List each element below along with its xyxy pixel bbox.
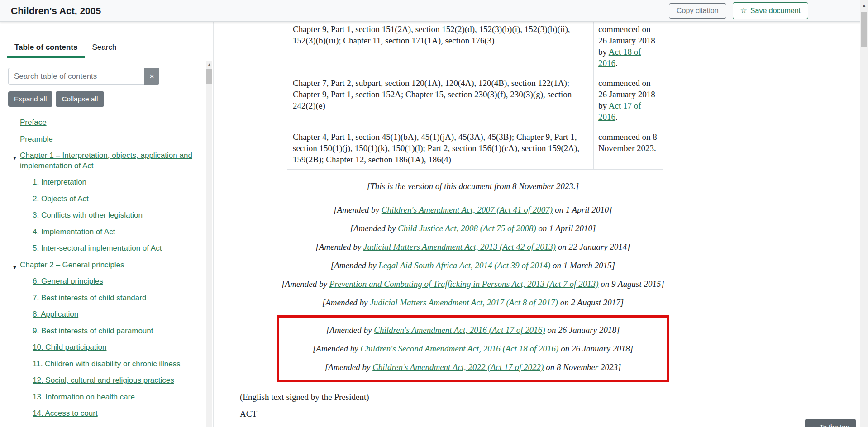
toc-item: 1. Interpretation: [0, 177, 200, 188]
commencement-table-wrap: Chapter 9, Part 1, section 151(2A), sect…: [287, 22, 663, 170]
toc-link[interactable]: Chapter 2 – General principles: [20, 261, 124, 269]
amendment-act-link[interactable]: Judicial Matters Amendment Act, 2013 (Ac…: [363, 242, 556, 251]
toc-list: PrefacePreamble▼Chapter 1 – Interpretati…: [0, 118, 213, 427]
toc-item: 15. Enforcement of rights: [0, 425, 200, 427]
page-scrollbar[interactable]: ▲: [860, 0, 868, 427]
toc-link[interactable]: 14. Access to court: [33, 409, 98, 418]
toc-link[interactable]: 5. Inter-sectoral implementation of Act: [33, 244, 162, 252]
amendment-act-link[interactable]: Judicial Matters Amendment Act, 2017 (Ac…: [370, 298, 558, 307]
amendment-line: [Amended by Legal Aid South Africa Act, …: [240, 260, 706, 271]
toc-toolbar: Expand all Collapse all: [8, 91, 213, 107]
toc-link[interactable]: 11. Children with disability or chronic …: [33, 360, 181, 368]
text-segment: on 1 March 2015]: [550, 261, 615, 270]
expand-all-button[interactable]: Expand all: [8, 91, 52, 107]
amendment-act-link[interactable]: Children's Second Amendment Act, 2016 (A…: [360, 344, 558, 353]
text-segment: [Amended by: [281, 279, 329, 289]
up-arrow-icon: ▲: [811, 425, 816, 427]
text-segment: on 26 January 2018]: [545, 325, 620, 335]
scrollbar-thumb[interactable]: [861, 12, 867, 47]
sidebar-scrollbar-thumb[interactable]: [206, 69, 212, 84]
provisions-cell: Chapter 4, Part 1, section 45(1)(bA), 45…: [287, 127, 594, 170]
collapse-arrow-icon[interactable]: ▼: [12, 262, 17, 273]
toc-link[interactable]: 6. General principles: [33, 277, 103, 285]
table-row: Chapter 4, Part 1, section 45(1)(bA), 45…: [287, 127, 663, 170]
commencement-table: Chapter 9, Part 1, section 151(2A), sect…: [287, 22, 663, 170]
sidebar-scrollbar[interactable]: ▲: [206, 61, 212, 427]
clear-icon: ×: [149, 72, 154, 81]
text-segment: [Amended by: [322, 298, 370, 307]
toc-item: Preface: [0, 118, 200, 128]
toc-item: 6. General principles: [0, 276, 200, 287]
toc-item: 7. Best interests of child standard: [0, 293, 200, 304]
toc-item: 5. Inter-sectoral implementation of Act: [0, 243, 200, 254]
toc-link[interactable]: 3. Conflicts with other legislation: [33, 211, 143, 219]
text-segment: on 2 August 2017]: [558, 298, 624, 307]
toc-link[interactable]: Preamble: [20, 135, 53, 143]
toc-link[interactable]: Preface: [20, 118, 47, 127]
toc-link[interactable]: 9. Best interests of child paramount: [33, 327, 153, 335]
save-document-button[interactable]: ☆Save document: [733, 2, 808, 19]
toc-link[interactable]: 10. Child participation: [33, 343, 106, 351]
toc-item: 10. Child participation: [0, 342, 200, 353]
clear-search-button[interactable]: ×: [144, 68, 159, 85]
table-row: Chapter 7, Part 2, subpart, section 120(…: [287, 73, 663, 127]
toc-link[interactable]: 4. Implementation of Act: [33, 228, 115, 236]
toc-search-input[interactable]: [8, 68, 144, 85]
amendment-act-link[interactable]: Children’s Amendment Act, 2022 (Act 17 o…: [372, 362, 544, 372]
amendment-line: [Amended by Child Justice Act, 2008 (Act…: [240, 223, 706, 234]
tab-table-of-contents[interactable]: Table of contents: [7, 43, 85, 58]
commencement-cell: commenced on 8 November 2023.: [594, 127, 663, 170]
text-segment: [Amended by: [331, 261, 379, 270]
document-body: Chapter 9, Part 1, section 151(2A), sect…: [214, 22, 706, 427]
toc-item: ▼Chapter 1 – Interpretation, objects, ap…: [0, 151, 200, 171]
toc-link[interactable]: 2. Objects of Act: [33, 195, 89, 203]
amendment-line: [Amended by Judicial Matters Amendment A…: [240, 241, 706, 252]
copy-citation-button[interactable]: Copy citation: [669, 3, 726, 19]
sidebar-scrollbar-up-arrow[interactable]: ▲: [206, 61, 212, 68]
toc-item: 3. Conflicts with other legislation: [0, 210, 200, 221]
amendment-line: [Amended by Judicial Matters Amendment A…: [240, 297, 706, 308]
commencement-cell: commenced on 26 January 2018 by Act 18 o…: [594, 22, 663, 73]
text-segment: on 26 January 2018]: [558, 344, 633, 353]
act-heading: ACT: [240, 409, 706, 419]
amendment-act-link[interactable]: Prevention and Combating of Trafficking …: [329, 279, 599, 289]
toc-link[interactable]: 12. Social, cultural and religious pract…: [33, 376, 174, 384]
toc-item: ▼Chapter 2 – General principles: [0, 260, 200, 270]
to-the-top-button[interactable]: ▲To the top: [805, 419, 856, 427]
save-document-label: Save document: [750, 7, 801, 14]
toc-item: 11. Children with disability or chronic …: [0, 359, 200, 370]
page-title: Children's Act, 2005: [11, 5, 101, 16]
toc-link[interactable]: Chapter 1 – Interpretation, objects, app…: [20, 151, 192, 170]
collapse-arrow-icon[interactable]: ▼: [12, 153, 17, 163]
text-segment: commenced on 8 November 2023.: [598, 132, 657, 153]
star-icon: ☆: [740, 6, 747, 15]
provisions-cell: Chapter 7, Part 2, subpart, section 120(…: [287, 73, 594, 127]
scrollbar-up-arrow[interactable]: ▲: [860, 1, 868, 9]
toc-link[interactable]: 15. Enforcement of rights: [33, 426, 119, 427]
text-segment: [Amended by: [313, 344, 361, 353]
version-note: [This is the version of this document fr…: [240, 181, 706, 191]
signed-note: (English text signed by the President): [240, 392, 706, 402]
sidebar-tabs: Table of contents Search: [0, 22, 213, 58]
toc-link[interactable]: 1. Interpretation: [33, 178, 86, 186]
toc-link[interactable]: 8. Application: [33, 310, 78, 318]
amendment-highlight-box: [Amended by Children's Amendment Act, 20…: [277, 315, 669, 382]
amendment-act-link[interactable]: Children's Amendment Act, 2016 (Act 17 o…: [374, 325, 545, 335]
tab-search[interactable]: Search: [85, 43, 124, 58]
toc-item: 13. Information on health care: [0, 392, 200, 403]
amendment-act-link[interactable]: Legal Aid South Africa Act, 2014 (Act 39…: [378, 261, 550, 270]
collapse-all-button[interactable]: Collapse all: [56, 91, 104, 107]
amendment-line: [Amended by Prevention and Combating of …: [240, 278, 706, 289]
text-segment: [Amended by: [334, 205, 382, 214]
header-actions: Copy citation ☆Save document: [669, 2, 808, 19]
to-the-top-label: To the top: [820, 423, 849, 427]
toc-link[interactable]: 7. Best interests of child standard: [33, 294, 146, 302]
amendment-act-link[interactable]: Children's Amendment Act, 2007 (Act 41 o…: [382, 205, 553, 214]
amendment-act-link[interactable]: Child Justice Act, 2008 (Act 75 of 2008): [398, 223, 536, 233]
toc-link[interactable]: 13. Information on health care: [33, 393, 135, 401]
sidebar: Table of contents Search × Expand all Co…: [0, 22, 214, 427]
text-segment: on 9 August 2015]: [598, 279, 664, 289]
amendment-line: [Amended by Children’s Amendment Act, 20…: [279, 361, 667, 373]
commencement-cell: commenced on 26 January 2018 by Act 17 o…: [594, 73, 663, 127]
toc-item: 4. Implementation of Act: [0, 227, 200, 237]
